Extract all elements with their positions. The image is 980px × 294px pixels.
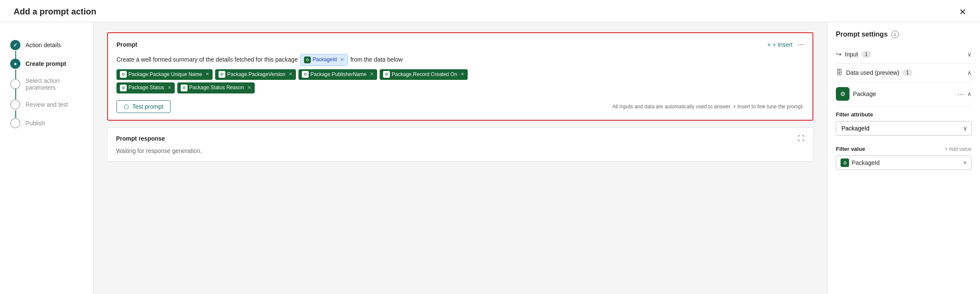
prompt-content: Create a well formed summary of the deta… [116,54,804,93]
step-label-2: Create prompt [26,60,66,67]
package-name: Package [853,90,876,97]
package-icon: ⚙ [836,87,849,101]
tag-status-reason[interactable]: ⚙ Package.Status Reason ✕ [177,82,255,93]
prompt-tags-row: ⚙ Package.Package Unique Name ✕ ⚙ Packag… [116,69,804,80]
tag-close-4[interactable]: ✕ [460,70,464,79]
input-badge: 1 [861,51,871,58]
step-circle-4 [10,99,20,110]
insert-label: + Insert [773,41,793,48]
tag-icon-4: ⚙ [383,71,390,78]
insert-button[interactable]: + + Insert [767,41,793,48]
step-circle-1 [10,40,20,50]
tag-label-3: Package.PublisherName [310,70,366,79]
main-layout: Action details ● Create prompt Select ac… [0,22,980,294]
filter-value-label-row: Filter value + Add value [836,146,971,152]
packageid-chip-close[interactable]: ✕ [340,56,344,64]
data-used-badge: 1 [903,69,912,76]
steps-panel: Action details ● Create prompt Select ac… [0,22,94,294]
test-prompt-row: ⬡ Test prompt All inputs and data are au… [116,100,804,113]
tag-icon-3: ⚙ [302,71,309,78]
step-label-1: Action details [26,42,61,48]
filter-value-chip-label: PackageId [852,159,880,166]
prompt-tags-row-2: ⚙ Package.Status ✕ ⚙ Package.Status Reas… [116,82,804,93]
close-button[interactable]: ✕ [959,8,966,16]
step-circle-5 [10,118,20,128]
filter-attribute-section: Filter attribute PackageId ∨ [836,106,971,141]
step-review-test[interactable]: Review and test [10,95,83,114]
step-label-5: Publish [26,120,45,127]
package-collapse-icon[interactable]: ∧ [967,90,971,97]
test-prompt-icon: ⬡ [124,103,129,110]
package-more-button[interactable]: ··· [957,90,964,99]
tag-close-3[interactable]: ✕ [370,70,374,79]
tag-icon-2: ⚙ [219,71,225,78]
database-icon: 🗄 [836,69,843,76]
data-used-section[interactable]: 🗄 Data used (preview) 1 ∧ [836,64,971,82]
tag-close-6[interactable]: ✕ [247,84,251,92]
data-used-label-group: 🗄 Data used (preview) 1 [836,69,912,76]
tag-icon-1: ⚙ [120,71,127,78]
filter-value-chip-close[interactable]: ✕ [963,160,967,166]
response-title: Prompt response [116,135,165,142]
packageid-chip[interactable]: ⚙ PackageId ✕ [300,54,348,66]
prompt-intro-text: Create a well formed summary of the deta… [116,54,298,65]
tag-close-5[interactable]: ✕ [168,84,171,92]
prompt-box: Prompt + + Insert ··· Create a well form… [107,32,813,121]
step-action-details[interactable]: Action details [10,36,83,54]
prompt-more-button[interactable]: ··· [798,40,804,49]
prompt-box-actions: + + Insert ··· [767,40,804,49]
prompt-response-box: Prompt response ⛶ Waiting for response g… [107,127,813,161]
filter-value-box: ⚙ PackageId ✕ [836,155,971,170]
tag-label-5: Package.Status [128,83,164,93]
tag-label-6: Package.Status Reason [189,83,244,93]
right-panel: Prompt settings i ↪ Input 1 ∨ 🗄 Data use… [827,22,980,294]
tag-close-2[interactable]: ✕ [289,70,293,79]
tag-record-created-on[interactable]: ⚙ Package.Record Created On ✕ [380,69,468,80]
tag-status[interactable]: ⚙ Package.Status ✕ [116,82,175,93]
dialog-header: Add a prompt action ✕ [0,0,980,22]
tag-label-1: Package.Package Unique Name [128,70,202,79]
prompt-title: Prompt [116,41,137,48]
package-chip-icon: ⚙ [304,57,311,63]
tag-package-version[interactable]: ⚙ Package.PackageVersion ✕ [215,69,296,80]
insert-plus-icon: + [767,41,771,48]
input-label: Input [845,51,858,58]
filter-value-section: Filter value + Add value ⚙ PackageId ✕ [836,141,971,175]
step-select-action-parameters[interactable]: Select action parameters [10,73,83,95]
input-section[interactable]: ↪ Input 1 ∨ [836,45,971,64]
test-prompt-label: Test prompt [132,103,163,110]
package-actions: ··· ∧ [957,90,971,99]
tag-package-unique-name[interactable]: ⚙ Package.Package Unique Name ✕ [116,69,213,80]
filter-attribute-select[interactable]: PackageId [836,121,971,136]
filter-value-chip-icon: ⚙ [841,158,849,167]
step-circle-2: ● [10,59,20,69]
expand-icon[interactable]: ⛶ [798,135,804,142]
add-value-button[interactable]: + Add value [945,146,971,152]
prompt-settings-label: Prompt settings [836,31,888,38]
dialog-title: Add a prompt action [14,7,96,17]
package-item: ⚙ Package ··· ∧ [836,82,971,106]
data-used-label: Data used (preview) [846,69,899,76]
step-create-prompt[interactable]: ● Create prompt [10,54,83,73]
filter-attribute-label: Filter attribute [836,111,971,118]
test-prompt-button[interactable]: ⬡ Test prompt [116,100,170,113]
input-arrow-icon: ↪ [836,50,841,58]
step-label-4: Review and test [26,101,68,108]
center-panel: Prompt + + Insert ··· Create a well form… [94,22,827,294]
test-hint-text: All inputs and data are automatically us… [612,104,804,110]
packageid-chip-label: PackageId [312,55,337,65]
package-item-left: ⚙ Package [836,87,876,101]
input-chevron: ∨ [967,51,971,58]
info-icon[interactable]: i [891,31,899,38]
tag-label-4: Package.Record Created On [392,70,457,79]
step-publish[interactable]: Publish [10,114,83,133]
prompt-box-header: Prompt + + Insert ··· [116,40,804,49]
tag-icon-5: ⚙ [120,85,127,91]
input-label-group: ↪ Input 1 [836,50,871,58]
waiting-text: Waiting for response generation. [116,147,804,154]
tag-close-1[interactable]: ✕ [205,70,209,79]
prompt-first-line: Create a well formed summary of the deta… [116,54,804,66]
step-label-3: Select action parameters [26,77,83,91]
tag-label-2: Package.PackageVersion [227,70,285,79]
tag-publisher-name[interactable]: ⚙ Package.PublisherName ✕ [298,69,377,80]
